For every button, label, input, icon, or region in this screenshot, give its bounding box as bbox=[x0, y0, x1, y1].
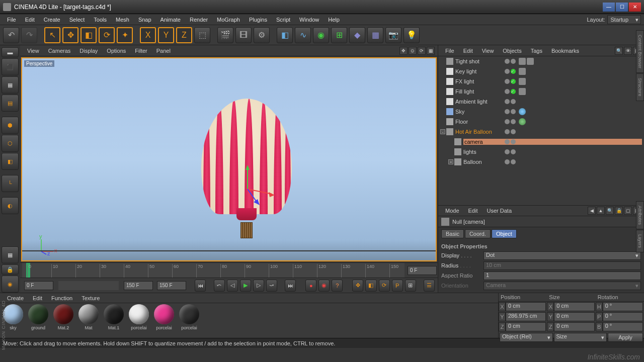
coord-system[interactable]: ⬚ bbox=[194, 27, 210, 43]
close-button[interactable]: ✕ bbox=[629, 3, 641, 12]
rotate-tool[interactable]: ⟳ bbox=[99, 27, 115, 43]
tree-name[interactable]: camera bbox=[463, 139, 642, 145]
tree-row-fill-light[interactable]: Fill light✓ bbox=[438, 86, 644, 97]
next-key[interactable]: ⤻ bbox=[266, 280, 277, 292]
tree-name[interactable]: FX light bbox=[455, 78, 642, 84]
render-settings[interactable]: ⚙ bbox=[254, 27, 270, 43]
layout-select[interactable]: Startup bbox=[607, 15, 641, 24]
tree-expander[interactable]: - bbox=[440, 129, 445, 134]
vp-menu-view[interactable]: View bbox=[23, 47, 43, 55]
tree-row-sky[interactable]: Sky bbox=[438, 107, 644, 117]
tree-name[interactable]: Sky bbox=[455, 109, 642, 115]
aspect-field[interactable]: 1 bbox=[484, 272, 641, 280]
key-pos[interactable]: ✥ bbox=[352, 280, 363, 292]
select-tool[interactable]: ↖ bbox=[44, 27, 60, 43]
key-scale[interactable]: ◧ bbox=[365, 280, 376, 292]
keyframe-sel[interactable]: ? bbox=[332, 280, 343, 292]
material-ball[interactable] bbox=[154, 304, 174, 324]
side-tab-layers[interactable]: Layers bbox=[636, 230, 644, 252]
range-end-field[interactable] bbox=[124, 281, 153, 290]
menu-render[interactable]: Render bbox=[186, 16, 212, 24]
points-mode[interactable]: ⬢ bbox=[2, 117, 19, 134]
visibility-dot[interactable]: ✓ bbox=[511, 79, 516, 84]
add-camera[interactable]: 📷 bbox=[385, 27, 401, 43]
tree-expander[interactable]: + bbox=[448, 159, 453, 164]
add-nurbs[interactable]: ◉ bbox=[313, 27, 329, 43]
vp-layout-icon[interactable]: ▦ bbox=[427, 47, 435, 55]
scale-tool[interactable]: ◧ bbox=[80, 27, 97, 43]
key-rot[interactable]: ⟳ bbox=[379, 280, 390, 292]
attr-search-icon[interactable]: 🔍 bbox=[606, 207, 614, 215]
tag-target[interactable] bbox=[519, 88, 526, 95]
coord-value-field[interactable]: 0 cm bbox=[506, 302, 546, 311]
coord-value-field[interactable]: 0 ° bbox=[603, 322, 643, 331]
play-button[interactable]: ▶ bbox=[240, 280, 251, 292]
visibility-dot[interactable] bbox=[505, 139, 510, 144]
mat-menu-function[interactable]: Function bbox=[47, 294, 76, 302]
menu-tools[interactable]: Tools bbox=[90, 16, 111, 24]
display-select[interactable]: Dot bbox=[484, 251, 641, 260]
tree-name[interactable]: Key light bbox=[455, 68, 642, 74]
vp-rotate-icon[interactable]: ⟳ bbox=[418, 47, 426, 55]
tree-row-key-light[interactable]: Key light✓ bbox=[438, 66, 644, 76]
vp-menu-display[interactable]: Display bbox=[75, 47, 102, 55]
menu-create[interactable]: Create bbox=[40, 16, 64, 24]
undo-button[interactable]: ↶ bbox=[3, 27, 19, 43]
menu-mesh[interactable]: Mesh bbox=[112, 16, 133, 24]
objmgr-menu-objects[interactable]: Objects bbox=[499, 47, 525, 55]
attr-tab-basic[interactable]: Basic bbox=[441, 229, 464, 238]
viewport[interactable]: Perspective y bbox=[21, 57, 437, 261]
coord-value-field[interactable]: 0 cm bbox=[554, 312, 594, 321]
objmgr-menu-bookmarks[interactable]: Bookmarks bbox=[547, 47, 583, 55]
tree-name[interactable]: lights bbox=[463, 149, 642, 155]
objmgr-menu-file[interactable]: File bbox=[441, 47, 458, 55]
material-ball[interactable] bbox=[104, 304, 124, 324]
material-list[interactable]: skygroundMat.2MatMat.1porcelaiporcelaipo… bbox=[0, 303, 498, 338]
visibility-dot[interactable] bbox=[505, 149, 510, 154]
render-picture[interactable]: 🎞 bbox=[235, 27, 252, 43]
attr-menu-user-data[interactable]: User Data bbox=[483, 207, 516, 215]
material-ball[interactable] bbox=[179, 304, 199, 324]
edges-mode[interactable]: ⬡ bbox=[2, 135, 19, 152]
tag-sphere-blue[interactable] bbox=[519, 108, 526, 115]
object-mode[interactable]: ⬛ bbox=[2, 58, 19, 75]
visibility-dot[interactable] bbox=[505, 109, 510, 114]
attr-up-icon[interactable]: ▲ bbox=[597, 207, 605, 215]
coord-value-field[interactable]: 0 ° bbox=[603, 302, 643, 311]
mat-menu-texture[interactable]: Texture bbox=[77, 294, 104, 302]
menu-select[interactable]: Select bbox=[65, 16, 89, 24]
model-mode[interactable]: ▬ bbox=[2, 47, 19, 57]
material-ground[interactable]: ground bbox=[26, 304, 50, 337]
add-environment[interactable]: ▦ bbox=[367, 27, 383, 43]
tree-name[interactable]: Floor bbox=[455, 119, 642, 125]
tree-row-tight-shot[interactable]: Tight shot bbox=[438, 56, 644, 66]
attr-lock-icon[interactable]: 🔒 bbox=[615, 207, 623, 215]
material-porcelai[interactable]: porcelai bbox=[152, 304, 176, 337]
attr-menu-mode[interactable]: Mode bbox=[441, 207, 463, 215]
tree-name[interactable]: Fill light bbox=[455, 88, 642, 95]
tag-sphere-green[interactable] bbox=[519, 118, 526, 125]
tag-target[interactable] bbox=[519, 68, 526, 75]
goto-end[interactable]: ⏭ bbox=[285, 280, 296, 292]
visibility-dot[interactable] bbox=[505, 119, 510, 124]
side-tab-structure[interactable]: Structure bbox=[636, 73, 644, 101]
menu-file[interactable]: File bbox=[3, 16, 20, 24]
visibility-dot[interactable]: ✓ bbox=[511, 69, 516, 74]
visibility-dot[interactable] bbox=[505, 129, 510, 134]
menu-animate[interactable]: Animate bbox=[156, 16, 185, 24]
tree-name[interactable]: Tight shot bbox=[455, 58, 642, 64]
tag-whitebox[interactable] bbox=[527, 58, 534, 65]
redo-button[interactable]: ↷ bbox=[21, 27, 37, 43]
balloon-object[interactable] bbox=[201, 99, 292, 244]
next-frame[interactable]: ▷ bbox=[253, 280, 264, 292]
texture-mode[interactable]: ▦ bbox=[2, 76, 19, 94]
visibility-dot[interactable] bbox=[505, 89, 510, 94]
minimize-button[interactable]: — bbox=[603, 3, 615, 12]
attr-new-icon[interactable]: ▢ bbox=[624, 207, 632, 215]
menu-plugins[interactable]: Plugins bbox=[245, 16, 271, 24]
tree-row-balloon[interactable]: +Balloon bbox=[438, 157, 644, 167]
frame-end-field[interactable] bbox=[408, 266, 437, 275]
workplane-mode[interactable]: ▤ bbox=[2, 95, 19, 112]
timeline[interactable]: 0102030405060708090100110120130140150 bbox=[20, 262, 438, 278]
material-porcelai[interactable]: porcelai bbox=[127, 304, 151, 337]
